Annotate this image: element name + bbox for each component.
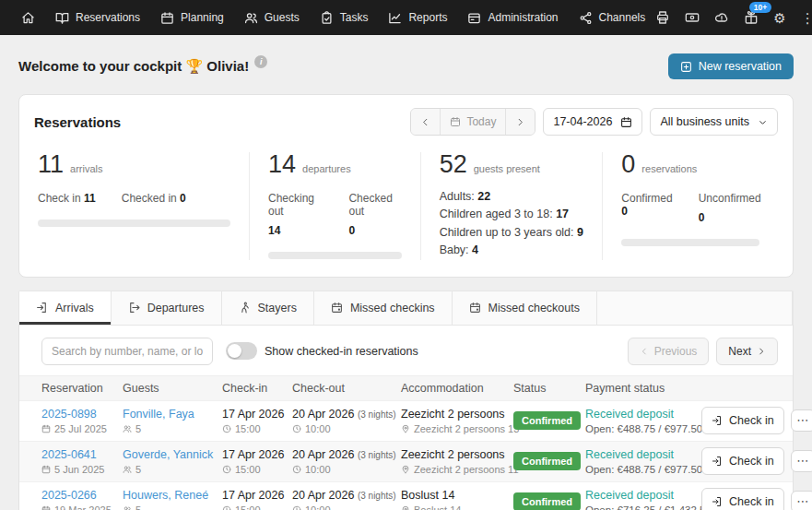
next-page-button[interactable]: Next bbox=[716, 338, 778, 365]
date-nav-group: Today bbox=[410, 108, 535, 136]
map-pin-icon bbox=[401, 465, 410, 474]
payments-icon[interactable] bbox=[685, 10, 700, 25]
info-icon[interactable]: i bbox=[254, 55, 267, 68]
payment-status: Received deposit bbox=[585, 489, 696, 502]
table-header: Reservation Guests Check-in Check-out Ac… bbox=[19, 375, 793, 400]
top-navbar: Reservations Planning Guests Tasks Repor… bbox=[0, 0, 812, 35]
tab-missed-checkins[interactable]: Missed checkins bbox=[314, 291, 453, 325]
login-icon bbox=[712, 496, 723, 507]
nav-guests[interactable]: Guests bbox=[234, 6, 310, 30]
reservation-number-link[interactable]: 2025-0898 bbox=[41, 408, 117, 421]
stat-departures: 14departures Checking out14 Checked out0 bbox=[250, 152, 421, 260]
nav-channels[interactable]: Channels bbox=[569, 6, 656, 30]
login-icon bbox=[36, 302, 48, 314]
login-icon bbox=[712, 456, 723, 467]
tab-missed-checkouts[interactable]: Missed checkouts bbox=[453, 291, 597, 325]
payment-status: Received deposit bbox=[585, 408, 696, 421]
table-row: 2025-0641 5 Jun 2025 Goverde, Yannick 5 … bbox=[19, 441, 793, 481]
status-badge: Confirmed bbox=[513, 492, 581, 510]
logout-icon bbox=[128, 302, 140, 314]
nav-label: Administration bbox=[488, 11, 558, 24]
nav-label: Reports bbox=[408, 11, 447, 24]
reservation-number-link[interactable]: 2025-0266 bbox=[41, 489, 117, 502]
page-title: Welcome to your cockpit 🏆 Olivia! i bbox=[18, 58, 267, 75]
stat-reservations: 0reservations Confirmed 0 Unconfirmed0 bbox=[603, 152, 778, 260]
clock-icon bbox=[222, 424, 231, 433]
settings-gear-icon[interactable]: ⚙ bbox=[773, 11, 785, 25]
today-button[interactable]: Today bbox=[440, 109, 505, 135]
reservation-number-link[interactable]: 2025-0641 bbox=[41, 448, 117, 461]
book-icon bbox=[55, 11, 69, 25]
guest-name-link[interactable]: Fonville, Faya bbox=[123, 408, 217, 421]
kebab-menu-icon[interactable]: ⋮ bbox=[801, 11, 812, 25]
guests-icon bbox=[244, 11, 258, 25]
reservations-summary-card: Reservations Today 17-04-2026 All busine… bbox=[18, 94, 794, 278]
clock-icon bbox=[222, 465, 231, 474]
nav-administration[interactable]: Administration bbox=[457, 6, 568, 30]
reservation-tabs: Arrivals Departures Stayers Missed check… bbox=[18, 291, 794, 325]
chevron-down-icon bbox=[758, 117, 768, 127]
calendar-icon bbox=[450, 116, 461, 127]
new-reservation-button[interactable]: New reservation bbox=[668, 53, 794, 79]
check-in-button[interactable]: Check in bbox=[701, 488, 784, 510]
nav-label: Reservations bbox=[76, 11, 140, 24]
login-icon bbox=[712, 415, 723, 426]
more-actions-button[interactable]: ⋯ bbox=[791, 491, 812, 510]
payment-status: Received deposit bbox=[585, 448, 696, 461]
tab-departures[interactable]: Departures bbox=[112, 291, 222, 325]
print-icon[interactable] bbox=[655, 10, 670, 25]
share-icon bbox=[579, 11, 593, 25]
plus-square-icon bbox=[680, 61, 692, 73]
nav-label: Planning bbox=[181, 11, 224, 24]
next-day-button[interactable] bbox=[505, 109, 535, 135]
calendar-icon bbox=[41, 465, 51, 474]
calendar-icon bbox=[160, 11, 174, 25]
check-in-button[interactable]: Check in bbox=[701, 407, 784, 434]
nav-label: Channels bbox=[599, 11, 646, 24]
calendar-alert-icon bbox=[331, 302, 343, 314]
stat-guests-present: 52guests present Adults: 22 Children age… bbox=[421, 152, 604, 260]
calendar-icon bbox=[41, 505, 51, 510]
calendar-icon bbox=[41, 424, 51, 433]
chevron-right-icon bbox=[757, 347, 766, 356]
tasks-icon bbox=[320, 11, 334, 25]
gift-badge: 10+ bbox=[749, 2, 771, 13]
previous-day-button[interactable] bbox=[411, 109, 440, 135]
show-checked-in-toggle[interactable] bbox=[226, 342, 257, 360]
previous-page-button[interactable]: Previous bbox=[628, 338, 710, 365]
nav-label: Guests bbox=[265, 11, 300, 24]
cloud-alert-icon[interactable] bbox=[714, 10, 729, 25]
reservations-progress-bar bbox=[621, 239, 759, 246]
nav-tools: 10+ ⚙ ⋮ bbox=[655, 6, 812, 30]
clock-icon bbox=[222, 505, 231, 510]
check-in-button[interactable]: Check in bbox=[701, 447, 784, 475]
clock-icon bbox=[292, 424, 301, 433]
nav-planning[interactable]: Planning bbox=[150, 6, 234, 30]
wallet-icon bbox=[467, 11, 481, 25]
calendar-icon bbox=[620, 116, 632, 128]
more-actions-button[interactable]: ⋯ bbox=[791, 409, 812, 432]
clock-icon bbox=[292, 465, 301, 474]
tab-arrivals[interactable]: Arrivals bbox=[19, 291, 112, 325]
gifts-icon[interactable]: 10+ bbox=[744, 10, 759, 25]
walking-person-icon bbox=[239, 302, 251, 314]
main-content: Welcome to your cockpit 🏆 Olivia! i New … bbox=[0, 35, 812, 510]
departures-progress-bar bbox=[268, 252, 402, 259]
map-pin-icon bbox=[401, 505, 410, 510]
guest-name-link[interactable]: Houwers, Reneé bbox=[123, 489, 217, 502]
more-actions-button[interactable]: ⋯ bbox=[791, 450, 812, 472]
nav-reports[interactable]: Reports bbox=[378, 6, 457, 30]
table-row: 2025-0898 25 Jul 2025 Fonville, Faya 5 1… bbox=[19, 400, 793, 441]
map-pin-icon bbox=[401, 424, 410, 433]
nav-label: Tasks bbox=[340, 11, 369, 24]
nav-reservations[interactable]: Reservations bbox=[45, 6, 150, 30]
search-input[interactable] bbox=[41, 338, 213, 365]
guests-icon bbox=[123, 424, 132, 433]
date-input[interactable]: 17-04-2026 bbox=[543, 108, 642, 136]
tab-stayers[interactable]: Stayers bbox=[222, 291, 314, 325]
business-units-select[interactable]: All business units bbox=[650, 108, 778, 136]
nav-tasks[interactable]: Tasks bbox=[310, 6, 379, 30]
nav-home[interactable] bbox=[11, 6, 45, 30]
guest-name-link[interactable]: Goverde, Yannick bbox=[123, 448, 217, 461]
toggle-label: Show checked-in reservations bbox=[265, 345, 418, 358]
